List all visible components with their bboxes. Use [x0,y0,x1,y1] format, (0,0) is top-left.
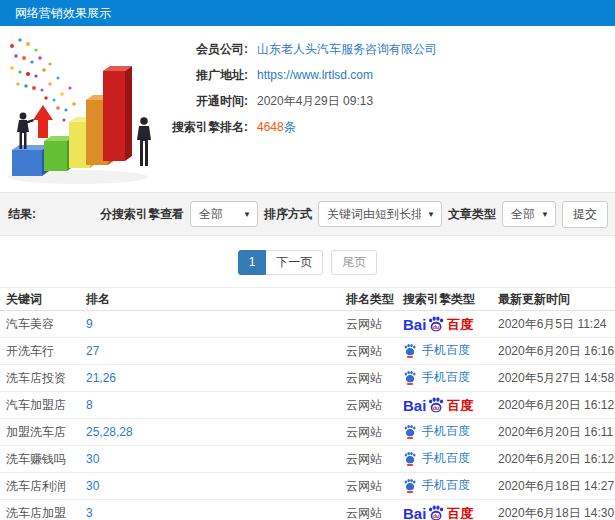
rank-link[interactable]: 3 [86,506,93,520]
rank-type-cell: 云网站 [340,419,397,446]
baidu-logo: Bai du 百度 [403,315,473,333]
article-type-select[interactable]: 全部 ▼ [502,201,556,227]
result-label: 结果: [8,206,36,223]
keyword-cell: 洗车赚钱吗 [0,446,80,473]
rank-type-cell: 云网站 [340,311,397,338]
updated-cell: 2020年6月18日 14:30 [492,500,615,520]
rank-type-cell: 云网站 [340,500,397,520]
table-row: 洗车店利润 30 云网站 手机百度 2020年6月18日 14:27 [0,473,615,500]
updated-cell: 2020年6月20日 16:16 [492,338,615,365]
last-page-button[interactable]: 尾页 [331,250,377,275]
baidu-logo: Bai du 百度 [403,396,473,414]
rank-type-cell: 云网站 [340,338,397,365]
engine-rank-unit: 条 [284,120,296,134]
updated-cell: 2020年6月18日 14:27 [492,473,615,500]
svg-text:du: du [433,324,439,330]
article-type-label: 文章类型 [448,206,496,223]
table-row: 洗车店投资 21,26 云网站 手机百度 2020年5月27日 14:58 [0,365,615,392]
rank-link[interactable]: 25,28,28 [86,425,133,439]
updated-cell: 2020年6月20日 16:11 [492,419,615,446]
keyword-cell: 洗车店投资 [0,365,80,392]
marketing-chart-illustration [0,28,185,190]
rank-link[interactable]: 9 [86,317,93,331]
table-row: 洗车店加盟 3 云网站 Bai du 百度 2020年6月18日 14:30 [0,500,615,520]
mobile-baidu-logo: 手机百度 [403,450,470,467]
engine-filter-select[interactable]: 全部 ▼ [190,201,258,227]
header-keyword: 关键词 [0,288,80,311]
pagination: 1 下一页 尾页 [0,250,615,275]
mobile-baidu-logo: 手机百度 [403,342,470,359]
table-row: 洗车赚钱吗 30 云网站 手机百度 2020年6月20日 16:12 [0,446,615,473]
page-title: 网络营销效果展示 [15,6,111,20]
filter-bar: 结果: 分搜索引擎查看 全部 ▼ 排序方式 关键词由短到长排序 ▼ 文章类型 全… [0,192,615,236]
rank-link[interactable]: 21,26 [86,371,116,385]
engine-rank-row: 搜索引擎排名: 4648条 [162,114,615,140]
rank-link[interactable]: 8 [86,398,93,412]
open-time-row: 开通时间: 2020年4月29日 09:13 [162,88,615,114]
rank-link[interactable]: 30 [86,452,99,466]
keyword-cell: 汽车美容 [0,311,80,338]
rank-link[interactable]: 30 [86,479,99,493]
page-header: 网络营销效果展示 [0,0,615,26]
rank-link[interactable]: 27 [86,344,99,358]
header-engine-type: 搜索引擎类型 [397,288,492,311]
rank-type-cell: 云网站 [340,473,397,500]
updated-cell: 2020年6月5日 11:24 [492,311,615,338]
header-rank: 排名 [80,288,340,311]
header-rank-type: 排名类型 [340,288,397,311]
keyword-table: 关键词 排名 排名类型 搜索引擎类型 最新更新时间 汽车美容 9 云网站 Bai… [0,287,615,520]
updated-cell: 2020年6月20日 16:12 [492,446,615,473]
table-row: 加盟洗车店 25,28,28 云网站 手机百度 2020年6月20日 16:11 [0,419,615,446]
chevron-down-icon: ▼ [427,210,435,219]
sort-select[interactable]: 关键词由短到长排序 ▼ [318,201,442,227]
baidu-logo: Bai du 百度 [403,504,473,520]
keyword-cell: 洗车店利润 [0,473,80,500]
page-1-button[interactable]: 1 [238,250,267,275]
member-company-row: 会员公司: 山东老人头汽车服务咨询有限公司 [162,36,615,62]
mobile-baidu-logo: 手机百度 [403,369,470,386]
svg-text:du: du [433,405,439,411]
updated-cell: 2020年6月20日 16:12 [492,392,615,419]
header-updated: 最新更新时间 [492,288,615,311]
mobile-baidu-logo: 手机百度 [403,423,470,440]
table-row: 汽车美容 9 云网站 Bai du 百度 2020年6月5日 11:24 [0,311,615,338]
open-time-value: 2020年4月29日 09:13 [257,88,373,114]
keyword-cell: 洗车店加盟 [0,500,80,520]
mobile-baidu-logo: 手机百度 [403,477,470,494]
next-page-button[interactable]: 下一页 [266,250,323,275]
rank-type-cell: 云网站 [340,392,397,419]
rank-type-cell: 云网站 [340,446,397,473]
engine-rank-count: 4648 [257,120,284,134]
promo-url-row: 推广地址: https://www.lrtlsd.com [162,62,615,88]
rank-type-cell: 云网站 [340,365,397,392]
submit-button[interactable]: 提交 [562,201,608,228]
keyword-table-body: 汽车美容 9 云网站 Bai du 百度 2020年6月5日 11:24 [0,311,615,520]
table-header-row: 关键词 排名 排名类型 搜索引擎类型 最新更新时间 [0,288,615,311]
updated-cell: 2020年5月27日 14:58 [492,365,615,392]
promo-url-link[interactable]: https://www.lrtlsd.com [257,62,373,88]
svg-text:du: du [433,513,439,519]
member-company-link[interactable]: 山东老人头汽车服务咨询有限公司 [257,36,437,62]
company-info: 会员公司: 山东老人头汽车服务咨询有限公司 推广地址: https://www.… [162,26,615,140]
summary-section: 会员公司: 山东老人头汽车服务咨询有限公司 推广地址: https://www.… [0,26,615,192]
keyword-cell: 开洗车行 [0,338,80,365]
sort-label: 排序方式 [264,206,312,223]
engine-filter-label: 分搜索引擎查看 [100,206,184,223]
keyword-cell: 汽车加盟店 [0,392,80,419]
table-row: 开洗车行 27 云网站 手机百度 2020年6月20日 16:16 [0,338,615,365]
chevron-down-icon: ▼ [243,210,251,219]
keyword-cell: 加盟洗车店 [0,419,80,446]
chevron-down-icon: ▼ [541,210,549,219]
table-row: 汽车加盟店 8 云网站 Bai du 百度 2020年6月20日 16:12 [0,392,615,419]
